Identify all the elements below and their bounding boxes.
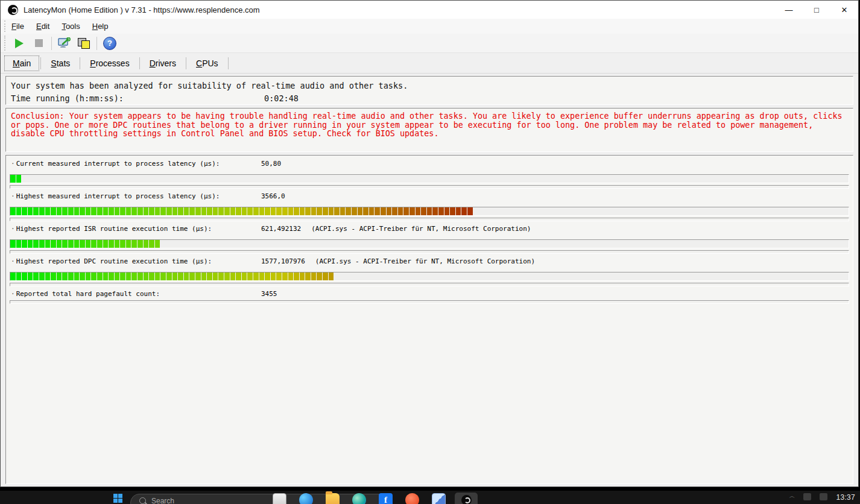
options-button[interactable] <box>57 36 72 51</box>
help-icon: ? <box>103 37 116 50</box>
latency-bar-segment <box>155 240 160 248</box>
tab-processes[interactable]: Processes <box>81 55 138 71</box>
latency-bar-segment <box>10 207 16 215</box>
toolbar: ? <box>1 34 858 53</box>
latency-bar-segment <box>22 272 27 280</box>
latency-bar-segment <box>195 207 201 215</box>
menubar: File Edit Tools Help <box>1 19 858 34</box>
latency-bar-segment <box>126 207 131 215</box>
windows-start-icon[interactable] <box>113 494 122 503</box>
latency-bar-segment <box>381 207 386 215</box>
latency-bar-segment <box>323 272 328 280</box>
time-running-label: Time running (h:mm:ss): <box>11 93 124 103</box>
latency-bar-segment <box>201 207 207 215</box>
latency-bar-segment <box>45 207 51 215</box>
latency-bar-segment <box>369 207 375 215</box>
menubar-gripper[interactable] <box>4 20 5 32</box>
latency-bar-segment <box>323 207 328 215</box>
latency-bar-segment <box>115 207 120 215</box>
tab-main[interactable]: Main <box>4 55 39 71</box>
latency-bar-segment <box>33 240 39 248</box>
tab-cpus[interactable]: CPUs <box>188 55 227 71</box>
tray-chevron-up-icon[interactable]: ︿ <box>789 493 795 499</box>
tab-drivers[interactable]: Drivers <box>141 55 185 71</box>
latency-bar-segment <box>86 272 91 280</box>
latency-bar-segment <box>461 207 467 215</box>
tab-cpus-accel: C <box>196 58 202 68</box>
latency-bar-segment <box>138 207 143 215</box>
menu-help[interactable]: Help <box>91 20 110 32</box>
latency-bar-segment <box>259 272 265 280</box>
menu-tools[interactable]: Tools <box>60 20 81 32</box>
latency-bar-segment <box>80 207 85 215</box>
photos-icon[interactable] <box>432 493 446 504</box>
latency-bar-segment <box>288 207 294 215</box>
latency-bar-segment <box>22 240 27 248</box>
latency-bar-segment <box>247 272 253 280</box>
meter-label-row: ·Reported total hard pagefault count: 34… <box>10 290 849 298</box>
latency-bar <box>10 207 849 216</box>
latency-bar-segment <box>294 207 299 215</box>
latency-bar-segment <box>149 207 154 215</box>
edge-browser-icon[interactable] <box>299 493 313 504</box>
measurements-panel: ·Current measured interrupt to process l… <box>5 155 853 484</box>
browser-swirl-icon[interactable] <box>352 493 366 504</box>
latency-bar <box>10 239 849 248</box>
latency-bar-segment <box>230 207 236 215</box>
app-window-icon[interactable] <box>273 493 286 504</box>
latency-bar-segment <box>253 272 259 280</box>
latency-bar <box>10 174 849 183</box>
latency-bar-segment <box>45 272 51 280</box>
latency-bar-segment <box>346 207 351 215</box>
latency-bar-segment <box>115 272 120 280</box>
latencymon-taskbar-button[interactable] <box>455 493 478 504</box>
file-explorer-icon[interactable] <box>326 493 340 504</box>
help-button[interactable]: ? <box>102 36 118 51</box>
tray-icon[interactable] <box>820 493 827 500</box>
latency-bar-segment <box>39 272 45 280</box>
latency-bar-segment <box>201 272 207 280</box>
close-button[interactable]: ✕ <box>830 1 858 19</box>
menu-edit[interactable]: Edit <box>35 20 51 32</box>
meter-value: 621,492132 <box>261 225 301 233</box>
taskbar-app-icons: f <box>273 493 446 504</box>
minimize-button[interactable]: — <box>775 1 803 19</box>
latency-meter: ·Highest reported DPC routine execution … <box>10 257 849 286</box>
latency-bar-segment <box>33 207 39 215</box>
latency-bar-segment <box>271 272 276 280</box>
latency-bar-segment <box>329 207 334 215</box>
latency-bar-segment <box>160 272 166 280</box>
maximize-button[interactable]: □ <box>803 1 830 19</box>
copy-report-button[interactable] <box>76 36 92 51</box>
latency-bar-segment <box>144 207 149 215</box>
latency-bar-segment <box>103 207 109 215</box>
latency-bar-segment <box>184 272 189 280</box>
menu-edit-rest: dit <box>42 22 50 31</box>
latency-bar-segment <box>207 272 212 280</box>
start-monitoring-button[interactable] <box>11 36 27 51</box>
latency-bar-segment <box>189 207 195 215</box>
meter-label: Reported total hard pagefault count: <box>16 290 160 298</box>
latency-bar-segment <box>403 207 409 215</box>
clock[interactable]: 13:37 <box>836 493 855 502</box>
latency-bar-segment <box>363 207 368 215</box>
toolbar-gripper[interactable] <box>4 36 5 51</box>
tab-stats[interactable]: Stats <box>42 55 78 71</box>
tray-icon[interactable] <box>803 493 811 500</box>
tab-processes-rest: rocesses <box>96 58 130 68</box>
tab-drivers-accel: D <box>150 58 156 68</box>
stop-monitoring-button[interactable] <box>31 36 46 51</box>
latency-bar-segment <box>91 207 96 215</box>
latency-bar-segment <box>392 207 397 215</box>
meter-driver-note: (ACPI.sys - ACPI-Treiber für NT, Microso… <box>315 257 535 266</box>
latency-bar-segment <box>236 207 241 215</box>
desktop: { "window_title": "LatencyMon (Home Edit… <box>0 0 860 504</box>
menu-file[interactable]: File <box>10 20 25 32</box>
facebook-icon[interactable]: f <box>379 493 393 504</box>
tab-separator <box>139 57 140 69</box>
latency-bar-segment <box>427 207 432 215</box>
latency-bar-segment <box>218 272 224 280</box>
latency-meter: ·Reported total hard pagefault count: 34… <box>10 290 849 304</box>
reddit-icon[interactable] <box>405 493 419 504</box>
latency-bar-segment <box>294 272 299 280</box>
